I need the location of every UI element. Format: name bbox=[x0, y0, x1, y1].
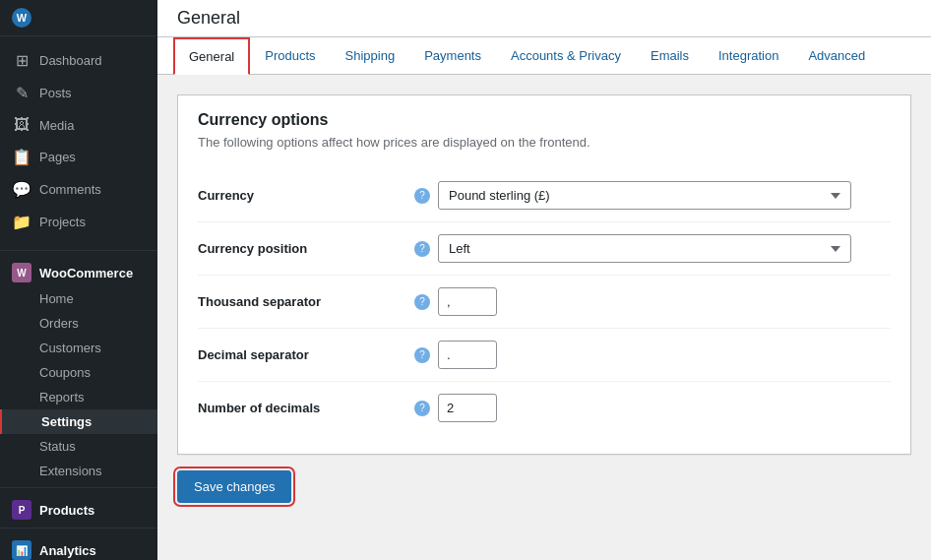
thousand-separator-help-icon[interactable]: ? bbox=[414, 294, 430, 310]
tab-products[interactable]: Products bbox=[250, 37, 330, 75]
sidebar-item-reports[interactable]: Reports bbox=[0, 385, 157, 409]
sidebar-item-orders[interactable]: Orders bbox=[0, 311, 157, 336]
section-description: The following options affect how prices … bbox=[198, 135, 891, 150]
posts-icon: ✎ bbox=[12, 84, 31, 102]
settings-content: Currency options The following options a… bbox=[157, 75, 931, 560]
sidebar-item-label: Projects bbox=[39, 215, 86, 229]
woocommerce-label: WooCommerce bbox=[39, 266, 133, 280]
decimal-separator-help-icon[interactable]: ? bbox=[414, 347, 430, 363]
sidebar-item-label: Comments bbox=[39, 182, 101, 197]
currency-position-control: ? Left Right Left with space Right with … bbox=[414, 234, 851, 263]
sidebar-item-dashboard[interactable]: ⊞ Dashboard bbox=[0, 44, 157, 77]
sidebar-logo[interactable]: W bbox=[0, 0, 157, 36]
currency-position-label: Currency position bbox=[198, 241, 414, 256]
page-header: General bbox=[157, 0, 931, 37]
sidebar-item-home[interactable]: Home bbox=[0, 286, 157, 311]
products-icon: P bbox=[12, 500, 31, 520]
thousand-separator-control: ? bbox=[414, 287, 497, 316]
decimal-separator-row: Decimal separator ? bbox=[198, 329, 891, 382]
products-section: P Products bbox=[0, 487, 157, 524]
sidebar-item-posts[interactable]: ✎ Posts bbox=[0, 77, 157, 109]
number-of-decimals-input[interactable] bbox=[438, 394, 497, 422]
dashboard-icon: ⊞ bbox=[12, 51, 31, 70]
analytics-icon: 📊 bbox=[12, 540, 31, 560]
currency-options-box: Currency options The following options a… bbox=[177, 94, 911, 455]
tab-integration[interactable]: Integration bbox=[704, 37, 793, 75]
tab-general[interactable]: General bbox=[173, 37, 250, 75]
currency-help-icon[interactable]: ? bbox=[414, 188, 430, 204]
tab-emails[interactable]: Emails bbox=[636, 37, 704, 75]
sidebar-item-coupons[interactable]: Coupons bbox=[0, 360, 157, 385]
sidebar-item-media[interactable]: 🖼 Media bbox=[0, 109, 157, 141]
sidebar: W ⊞ Dashboard ✎ Posts 🖼 Media 📋 Pages 💬 … bbox=[0, 0, 157, 560]
page-title: General bbox=[177, 8, 911, 29]
sidebar-item-label: Pages bbox=[39, 150, 76, 164]
tabs-bar: General Products Shipping Payments Accou… bbox=[157, 37, 931, 75]
comments-icon: 💬 bbox=[12, 180, 31, 199]
number-of-decimals-help-icon[interactable]: ? bbox=[414, 401, 430, 416]
currency-position-help-icon[interactable]: ? bbox=[414, 241, 430, 257]
sidebar-top-group: ⊞ Dashboard ✎ Posts 🖼 Media 📋 Pages 💬 Co… bbox=[0, 36, 157, 246]
section-title: Currency options bbox=[198, 95, 891, 129]
tab-accounts[interactable]: Accounts & Privacy bbox=[496, 37, 636, 75]
decimal-separator-label: Decimal separator bbox=[198, 347, 414, 362]
sidebar-item-settings[interactable]: Settings bbox=[0, 409, 157, 434]
currency-position-select[interactable]: Left Right Left with space Right with sp… bbox=[438, 234, 851, 263]
currency-control: ? Pound sterling (£) US Dollar ($) Euro … bbox=[414, 181, 851, 210]
sidebar-item-customers[interactable]: Customers bbox=[0, 336, 157, 360]
currency-position-row: Currency position ? Left Right Left with… bbox=[198, 222, 891, 276]
woocommerce-section-header[interactable]: W WooCommerce bbox=[0, 255, 157, 286]
sidebar-item-comments[interactable]: 💬 Comments bbox=[0, 173, 157, 206]
products-label: Products bbox=[39, 503, 94, 518]
wp-logo-icon: W bbox=[12, 8, 31, 28]
main-content: General General Products Shipping Paymen… bbox=[157, 0, 931, 560]
pages-icon: 📋 bbox=[12, 148, 31, 166]
sidebar-item-projects[interactable]: 📁 Projects bbox=[0, 206, 157, 238]
currency-select[interactable]: Pound sterling (£) US Dollar ($) Euro (€… bbox=[438, 181, 851, 210]
sidebar-item-label: Dashboard bbox=[39, 53, 102, 68]
tab-payments[interactable]: Payments bbox=[409, 37, 496, 75]
sidebar-item-pages[interactable]: 📋 Pages bbox=[0, 141, 157, 173]
analytics-section-header[interactable]: 📊 Analytics bbox=[0, 532, 157, 560]
analytics-section: 📊 Analytics bbox=[0, 528, 157, 560]
projects-icon: 📁 bbox=[12, 213, 31, 231]
number-of-decimals-label: Number of decimals bbox=[198, 401, 414, 415]
currency-label: Currency bbox=[198, 188, 414, 203]
products-section-header[interactable]: P Products bbox=[0, 492, 157, 524]
woocommerce-section: W WooCommerce Home Orders Customers Coup… bbox=[0, 250, 157, 483]
sidebar-item-label: Posts bbox=[39, 86, 72, 100]
sidebar-item-label: Media bbox=[39, 118, 74, 133]
media-icon: 🖼 bbox=[12, 116, 31, 134]
currency-row: Currency ? Pound sterling (£) US Dollar … bbox=[198, 169, 891, 222]
decimal-separator-input[interactable] bbox=[438, 341, 497, 369]
number-of-decimals-control: ? bbox=[414, 394, 497, 422]
decimal-separator-control: ? bbox=[414, 341, 497, 369]
tab-advanced[interactable]: Advanced bbox=[793, 37, 880, 75]
thousand-separator-input[interactable] bbox=[438, 287, 497, 316]
woocommerce-icon: W bbox=[12, 263, 31, 282]
save-changes-button[interactable]: Save changes bbox=[177, 470, 291, 503]
thousand-separator-label: Thousand separator bbox=[198, 294, 414, 309]
sidebar-item-extensions[interactable]: Extensions bbox=[0, 459, 157, 483]
analytics-label: Analytics bbox=[39, 543, 96, 558]
number-of-decimals-row: Number of decimals ? bbox=[198, 382, 891, 434]
thousand-separator-row: Thousand separator ? bbox=[198, 276, 891, 329]
sidebar-item-status[interactable]: Status bbox=[0, 434, 157, 459]
tab-shipping[interactable]: Shipping bbox=[331, 37, 410, 75]
